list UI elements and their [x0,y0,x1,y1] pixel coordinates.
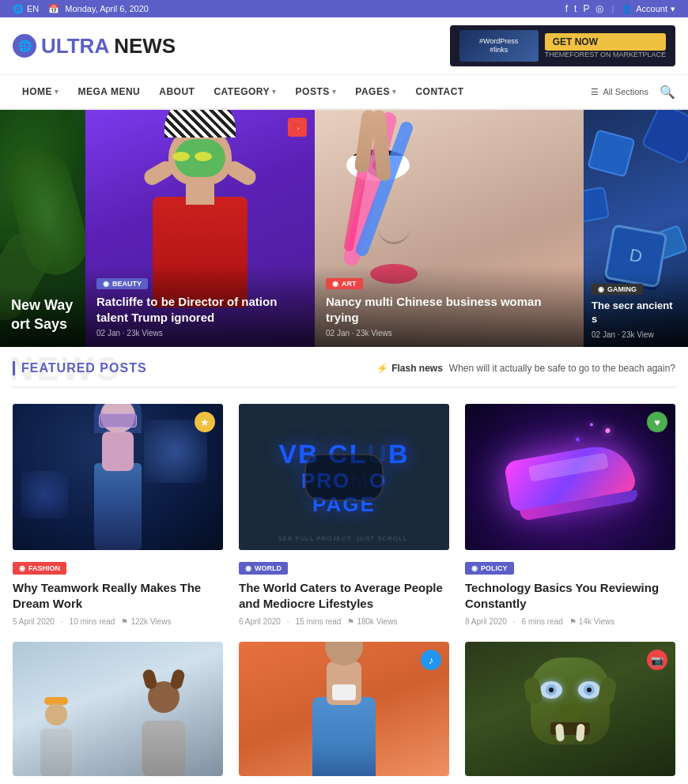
card-1-image: ★ [13,404,223,550]
card-2-image: VB CLUB PROMO PAGE SEE FULL PROJECT. JUS… [239,404,449,550]
card-1-date: 5 April 2020 [13,617,55,626]
date-display: 📅 Monday, April 6, 2020 [48,4,149,14]
menu-icon: ☰ [591,87,599,97]
main-nav: HOME ▾ MEGA MENU ABOUT CATEGORY ▾ POSTS … [0,75,688,110]
ad-content: GET NOW THEMEFOREST ON MARKETPLACE [545,33,666,58]
globe-icon: 🌐 [13,4,24,14]
hero-slider: New Wayort Says [0,110,688,347]
dot-icon: ◉ [598,285,604,293]
nav-item-home[interactable]: HOME ▾ [13,75,69,108]
slide-3-category: ◉ ART [326,278,363,289]
slide-3-overlay: ◉ ART Nancy multi Chinese business woman… [315,266,584,347]
card-3-title: Technology Basics You Reviewing Constant… [465,580,675,611]
nav-item-pages[interactable]: PAGES ▾ [346,75,406,108]
pinterest-icon[interactable]: P [583,3,589,14]
card-1[interactable]: ★ ◉ FASHION Why Teamwork Really Makes Th… [13,404,223,626]
nav-left: HOME ▾ MEGA MENU ABOUT CATEGORY ▾ POSTS … [13,75,474,108]
logo[interactable]: 🌐 ULTRA NEWS [13,34,176,58]
slide-3-title: Nancy multi Chinese business woman tryin… [326,294,573,325]
bottom-card-2-image: ♪ [239,642,449,776]
slide-2-category: ◉ BEAUTY [96,278,148,289]
nav-item-contact[interactable]: CONTACT [406,75,473,108]
flag-icon: ⚑ [569,617,576,626]
dot-icon: ◉ [19,564,25,572]
card-1-category: ◉ FASHION [13,562,66,575]
featured-section: NEWS FEATURED POSTS ⚡ Flash news When wi… [0,347,688,784]
chevron-down-icon: ▾ [332,88,337,96]
dot-icon: ◉ [245,564,251,572]
card-1-views: ⚑ 122k Views [121,617,171,626]
nav-item-category[interactable]: CATEGORY ▾ [204,75,285,108]
flag-icon: ⚑ [347,617,354,626]
instagram-icon[interactable]: ◎ [595,3,603,14]
flash-news-label: ⚡ Flash news [376,363,443,374]
chevron-down-icon: ▾ [272,88,277,96]
nav-right: ☰ All Sections 🔍 [591,85,675,100]
bottom-card-2-bookmark[interactable]: ♪ [421,650,441,670]
card-2-views: ⚑ 180k Views [347,617,397,626]
card-1-img-bg [13,404,223,550]
slide-2-bookmark[interactable]: 🔖 [288,118,307,137]
nav-item-about[interactable]: ABOUT [149,75,204,108]
card-1-readtime: 10 mins read [70,617,115,626]
card-1-bookmark[interactable]: ★ [195,412,215,432]
card-2-title: The World Caters to Average People and M… [239,580,449,611]
calendar-icon: 📅 [48,4,59,13]
card-2-meta: 6 April 2020 · 15 mins read ⚑ 180k Views [239,617,449,626]
bottom-card-2[interactable]: ♪ [239,642,449,776]
chevron-down-icon: ▾ [671,4,675,14]
bottom-card-1-image [13,642,223,776]
slide-2-overlay: ◉ BEAUTY Ratcliffe to be Director of nat… [85,266,315,347]
slide-1-overlay: New Wayort Says [0,287,85,347]
card-3-readtime: 6 mins read [522,617,563,626]
lightning-icon: ⚡ [376,363,388,374]
bottom-cards-grid: ♪ [13,642,675,776]
bottom-card-1[interactable] [13,642,223,776]
slide-4-meta: 02 Jan · 23k View [592,330,680,339]
nav-item-mega-menu[interactable]: MEGA MENU [69,75,150,108]
logo-icon: 🌐 [13,34,36,58]
card-1-title: Why Teamwork Really Makes The Dream Work [13,580,223,611]
dot-icon: ◉ [332,280,338,288]
card-1-meta: 5 April 2020 · 10 mins read ⚑ 122k Views [13,617,223,626]
hero-slide-2[interactable]: 🔖 ◉ BEAUTY Ratcliffe to be Director of n… [85,110,315,347]
flag-icon: ⚑ [121,617,128,626]
bottom-card-3-image: 📷 [465,642,675,776]
hero-slide-4[interactable]: D ◉ GAMING The secr ancient s 02 Jan · 2… [584,110,688,347]
dot-icon: ◉ [471,564,478,572]
all-sections-label: All Sections [603,87,648,96]
bottom-card-3[interactable]: 📷 [465,642,675,776]
featured-title: FEATURED POSTS [13,361,147,375]
card-3-views: ⚑ 14k Views [569,617,614,626]
hero-slide-1[interactable]: New Wayort Says [0,110,85,347]
card-2[interactable]: VB CLUB PROMO PAGE SEE FULL PROJECT. JUS… [239,404,449,626]
twitter-icon[interactable]: t [574,3,576,14]
logo-ultra: ULTRA [41,34,109,58]
header: 🌐 ULTRA NEWS #WordPress#links GET NOW TH… [0,17,688,75]
logo-news: NEWS [114,34,176,58]
date-text: Monday, April 6, 2020 [65,4,149,13]
search-button[interactable]: 🔍 [660,85,675,100]
dot-icon: ◉ [103,280,109,288]
card-3[interactable]: ♥ ◉ POLICY Technology Basics You Reviewi… [465,404,675,626]
account-button[interactable]: 👤 Account ▾ [622,4,675,14]
ad-get-now-button[interactable]: GET NOW [545,33,666,51]
nav-item-posts[interactable]: POSTS ▾ [286,75,346,108]
card-3-img-bg [465,404,675,550]
card-3-bookmark[interactable]: ♥ [647,412,667,432]
card-2-readtime: 15 mins read [296,617,342,626]
slide-4-title: The secr ancient s [592,300,680,326]
header-ad[interactable]: #WordPress#links GET NOW THEMEFOREST ON … [450,25,675,66]
slide-4-category: ◉ GAMING [592,284,643,295]
language-selector[interactable]: 🌐 EN [13,4,39,14]
slide-2-meta: 02 Jan · 23k Views [96,329,304,337]
account-label: Account [636,4,667,13]
featured-title-wrap: NEWS FEATURED POSTS [13,361,147,375]
bottom-card-3-bookmark[interactable]: 📷 [647,650,667,670]
ad-subtitle: THEMEFOREST ON MARKETPLACE [545,51,666,58]
user-icon: 👤 [622,4,633,14]
hero-slide-3[interactable]: ◉ ART Nancy multi Chinese business woman… [315,110,584,347]
chevron-down-icon: ▾ [392,88,397,96]
facebook-icon[interactable]: f [565,3,568,14]
all-sections-button[interactable]: ☰ All Sections [591,87,648,97]
